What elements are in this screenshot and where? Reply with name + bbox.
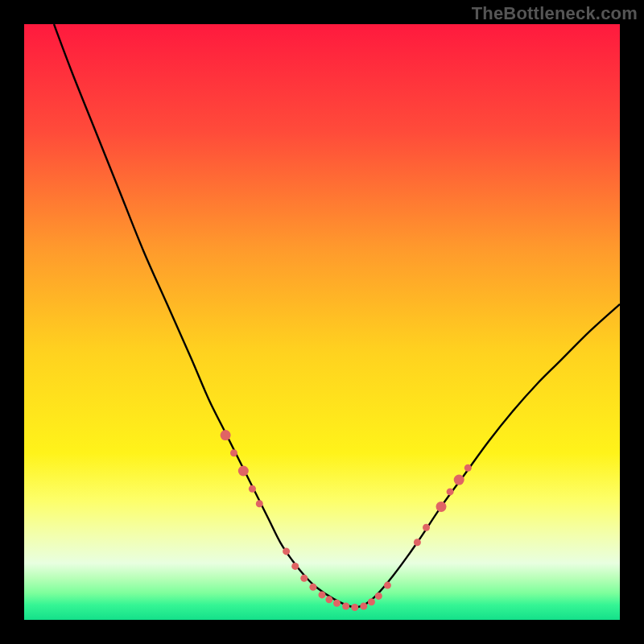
chart-svg [24,24,620,620]
marker-point [423,524,430,531]
plot-area [24,24,620,620]
marker-point [333,600,341,607]
marker-point [351,604,358,611]
marker-point [309,584,316,591]
marker-point [414,539,421,546]
marker-point [454,475,464,485]
marker-point [360,602,367,609]
gradient-background [24,24,620,620]
marker-point [283,547,290,555]
marker-point [221,430,231,440]
marker-point [291,563,299,570]
marker-point [325,596,332,603]
marker-point [342,602,349,609]
marker-point [375,592,382,600]
marker-point [249,485,256,493]
marker-point [319,591,326,598]
attribution-watermark: TheBottleneck.com [472,3,638,24]
marker-point [464,464,472,472]
marker-point [447,488,454,495]
chart-frame: TheBottleneck.com [0,0,644,644]
marker-point [238,466,249,477]
marker-point [368,598,375,605]
marker-point [384,582,391,589]
marker-point [436,502,447,512]
marker-point [230,449,237,456]
marker-point [256,500,263,507]
marker-point [300,575,308,582]
